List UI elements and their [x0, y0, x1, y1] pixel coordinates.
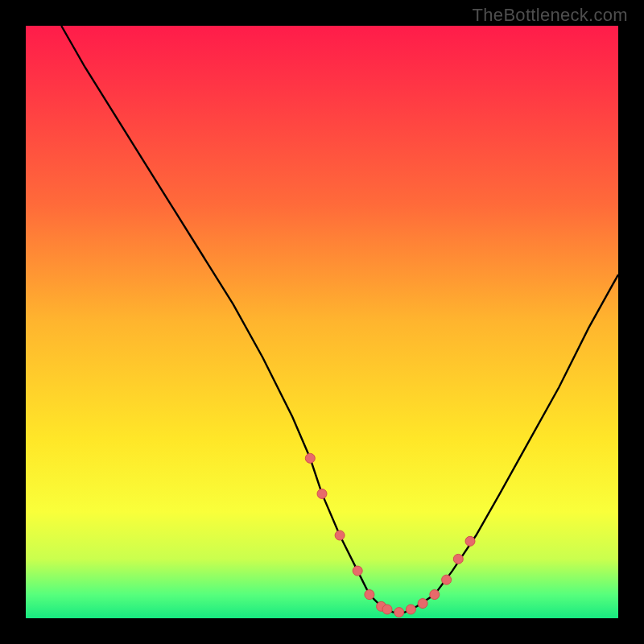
marker-dot [365, 590, 374, 600]
marker-dot [442, 575, 452, 584]
marker-dot [382, 605, 392, 614]
marker-dot [430, 590, 440, 600]
marker-dot [305, 453, 315, 463]
chart-frame: TheBottleneck.com [0, 0, 644, 644]
marker-dot [394, 608, 404, 617]
marker-dot [353, 566, 362, 576]
marker-dot [317, 489, 327, 498]
chart-overlay [0, 0, 644, 644]
marker-dot [406, 605, 415, 614]
marker-dot [335, 530, 345, 540]
marker-dot [453, 554, 463, 564]
marker-dot [418, 599, 427, 609]
curve-markers [305, 453, 475, 617]
bottleneck-curve [61, 26, 618, 613]
marker-dot [465, 536, 475, 546]
